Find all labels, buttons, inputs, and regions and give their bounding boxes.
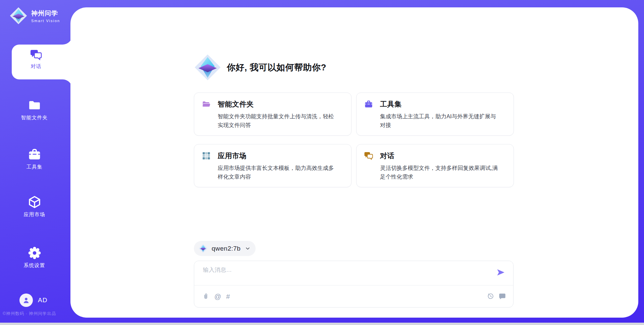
avatar (19, 294, 33, 307)
feature-card-app-market[interactable]: 应用市场 应用市场提供丰富长文本模板，助力高效生成多样化文章内容 (194, 144, 352, 187)
history-icon (487, 293, 494, 300)
card-title: 智能文件夹 (218, 100, 254, 109)
chat-bubble-filled-icon (499, 293, 506, 300)
brand-text: 神州问学 Smart Vision (31, 9, 60, 23)
card-description: 应用市场提供丰富长文本模板，助力高效生成多样化文章内容 (218, 164, 338, 181)
toolbar-left: @ # (202, 293, 230, 300)
mention-button[interactable]: @ (214, 293, 221, 300)
user-name: AD (38, 297, 47, 304)
brand-logo-icon (9, 7, 28, 25)
topic-button[interactable]: # (226, 293, 230, 300)
feature-card-chat[interactable]: 对话 灵活切换多模型文件，支持多样回复效果调试,满足个性化需求 (356, 144, 514, 187)
attach-button[interactable] (202, 293, 209, 300)
conversation-button[interactable] (499, 293, 506, 300)
content-column: 你好, 我可以如何帮助你? 智能文件夹 智能文件夹功能支持批量文件上传与清洗，轻… (194, 7, 515, 308)
user-icon (22, 296, 30, 304)
sidebar-item-label: 工具集 (26, 164, 43, 170)
card-description: 灵活切换多模型文件，支持多样回复效果调试,满足个性化需求 (380, 164, 500, 181)
toolbox-icon (28, 148, 41, 161)
card-head: 工具集 (364, 100, 500, 109)
copyright-text: ©神州数码 · 神州问学出品 (3, 311, 56, 317)
app-logo-icon (194, 54, 221, 81)
sidebar-item-label: 智能文件夹 (21, 115, 48, 121)
card-head: 智能文件夹 (202, 100, 338, 109)
feature-card-smart-folder[interactable]: 智能文件夹 智能文件夹功能支持批量文件上传与清洗，轻松实现文件问答 (194, 92, 352, 136)
model-logo-icon (199, 244, 208, 253)
sidebar-item-smart-folder[interactable]: 智能文件夹 (0, 99, 69, 121)
card-description: 智能文件夹功能支持批量文件上传与清洗，轻松实现文件问答 (218, 112, 338, 129)
card-head: 应用市场 (202, 151, 338, 160)
chevron-down-icon (245, 246, 250, 251)
sidebar-item-label: 对话 (31, 63, 42, 70)
card-description: 集成市场上主流工具，助力AI与外界无缝扩展与对接 (380, 112, 500, 129)
paperclip-icon (202, 293, 209, 300)
user-profile[interactable]: AD (19, 294, 47, 307)
folder-icon (28, 99, 41, 112)
brand-name: 神州问学 (31, 9, 60, 18)
model-name: qwen2:7b (212, 245, 240, 252)
brand-subtitle: Smart Vision (31, 19, 60, 23)
horizontal-scrollbar[interactable] (0, 323, 644, 325)
briefcase-icon (364, 100, 373, 109)
folder-open-icon (202, 100, 211, 109)
toolbar-right (487, 293, 506, 300)
chat-bubbles-icon (364, 151, 373, 160)
sidebar-item-toolset[interactable]: 工具集 (0, 148, 69, 170)
send-button[interactable] (496, 268, 506, 278)
at-icon: @ (214, 293, 221, 300)
greeting-title: 你好, 我可以如何帮助你? (227, 62, 326, 73)
feature-card-toolset[interactable]: 工具集 集成市场上主流工具，助力AI与外界无缝扩展与对接 (356, 92, 514, 136)
sidebar-item-label: 应用市场 (24, 211, 45, 218)
cube-icon (28, 195, 41, 209)
brand: 神州问学 Smart Vision (9, 7, 60, 25)
greeting-block: 你好, 我可以如何帮助你? (194, 54, 515, 81)
chat-input-box: @ # (194, 261, 514, 308)
feature-cards: 智能文件夹 智能文件夹功能支持批量文件上传与清洗，轻松实现文件问答 工具集 集成… (194, 92, 515, 187)
input-toolbar: @ # (194, 285, 513, 307)
card-title: 对话 (380, 151, 394, 160)
model-selector[interactable]: qwen2:7b (194, 241, 256, 256)
chat-icon (30, 49, 42, 61)
card-title: 工具集 (380, 100, 402, 109)
sidebar-item-label: 系统设置 (24, 262, 45, 269)
send-icon (496, 268, 505, 277)
sidebar-item-chat[interactable]: 对话 (12, 49, 60, 70)
card-head: 对话 (364, 151, 500, 160)
hash-icon: # (226, 293, 230, 300)
sidebar-item-app-market[interactable]: 应用市场 (0, 195, 69, 218)
history-button[interactable] (487, 293, 494, 300)
grid-blocks-icon (202, 151, 211, 160)
sidebar: 神州问学 Smart Vision 对话 智能文件夹 工具集 应用市场 系统设置… (0, 0, 70, 325)
sidebar-item-settings[interactable]: 系统设置 (0, 246, 69, 269)
card-title: 应用市场 (218, 151, 247, 160)
gear-icon (28, 246, 41, 260)
message-input[interactable] (194, 261, 513, 285)
main-panel: 你好, 我可以如何帮助你? 智能文件夹 智能文件夹功能支持批量文件上传与清洗，轻… (70, 7, 638, 318)
